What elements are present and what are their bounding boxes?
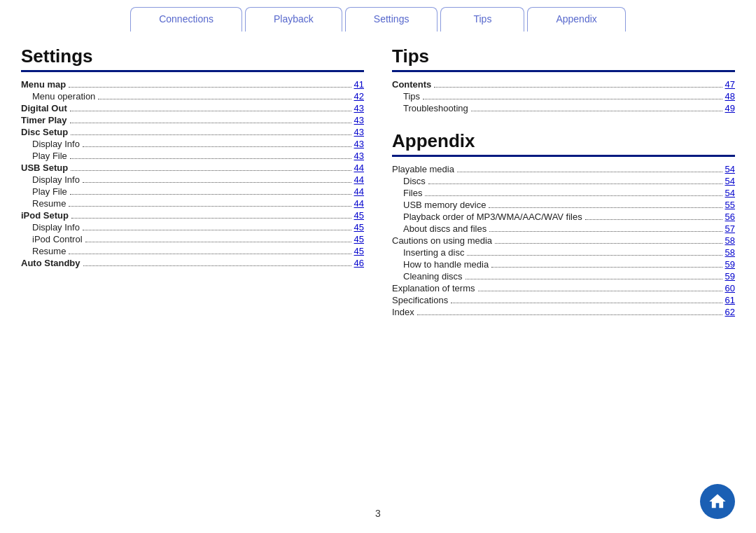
toc-page-number[interactable]: 49 — [725, 103, 735, 113]
list-item: Specifications61 — [392, 295, 735, 305]
tab-settings[interactable]: Settings — [345, 7, 438, 32]
toc-page-number[interactable]: 59 — [725, 259, 735, 270]
toc-dots — [428, 184, 722, 184]
home-button[interactable] — [700, 484, 735, 519]
toc-page-number[interactable]: 45 — [354, 210, 364, 221]
toc-label: Play File — [21, 151, 67, 161]
list-item: USB Setup44 — [21, 162, 364, 173]
toc-page-number[interactable]: 47 — [725, 79, 735, 90]
toc-dots — [489, 207, 722, 208]
list-item: Display Info43 — [21, 139, 364, 149]
toc-label: Auto Standby — [21, 258, 80, 268]
toc-dots — [495, 243, 722, 244]
toc-page-number[interactable]: 62 — [725, 307, 735, 317]
toc-page-number[interactable]: 57 — [725, 223, 735, 234]
toc-page-number[interactable]: 58 — [725, 235, 735, 246]
list-item: Troubleshooting49 — [392, 103, 735, 113]
list-item: Digital Out43 — [21, 103, 364, 113]
toc-dots — [417, 314, 722, 315]
toc-page-number[interactable]: 43 — [354, 103, 364, 113]
toc-dots — [471, 111, 722, 111]
list-item: Auto Standby46 — [21, 258, 364, 268]
list-item: Menu map41 — [21, 79, 364, 90]
toc-page-number[interactable]: 55 — [725, 200, 735, 210]
toc-page-number[interactable]: 48 — [725, 91, 735, 102]
toc-dots — [491, 267, 722, 268]
toc-page-number[interactable]: 44 — [354, 186, 364, 197]
toc-label: Discs — [392, 176, 426, 186]
toc-page-number[interactable]: 45 — [354, 222, 364, 233]
list-item: Tips48 — [392, 91, 735, 102]
toc-dots — [69, 254, 351, 254]
toc-label: Display Info — [21, 222, 80, 233]
toc-dots — [83, 182, 351, 183]
list-item: Display Info45 — [21, 222, 364, 233]
main-content: Settings Menu map41Menu operation42Digit… — [0, 32, 756, 333]
toc-label: iPod Control — [21, 234, 83, 244]
toc-label: Display Info — [21, 174, 80, 185]
toc-dots — [69, 206, 351, 207]
toc-dots — [585, 219, 722, 220]
toc-dots — [98, 99, 351, 99]
list-item: Files54 — [392, 188, 735, 198]
home-icon — [708, 492, 727, 511]
list-item: Inserting a disc58 — [392, 247, 735, 258]
toc-page-number[interactable]: 43 — [354, 151, 364, 161]
list-item: Play File43 — [21, 151, 364, 161]
toc-label: Troubleshooting — [392, 103, 468, 113]
toc-page-number[interactable]: 60 — [725, 283, 735, 293]
toc-page-number[interactable]: 44 — [354, 174, 364, 185]
toc-dots — [478, 291, 722, 291]
toc-dots — [85, 242, 351, 242]
toc-page-number[interactable]: 46 — [354, 258, 364, 268]
toc-dots — [70, 123, 351, 123]
toc-page-number[interactable]: 45 — [354, 246, 364, 256]
tab-appendix[interactable]: Appendix — [527, 7, 625, 32]
toc-dots — [465, 279, 722, 279]
toc-page-number[interactable]: 44 — [354, 162, 364, 173]
toc-page-number[interactable]: 45 — [354, 234, 364, 244]
list-item: Playable media54 — [392, 164, 735, 174]
tab-connections[interactable]: Connections — [130, 7, 242, 32]
toc-label: Display Info — [21, 139, 80, 149]
toc-dots — [69, 87, 351, 88]
toc-page-number[interactable]: 43 — [354, 139, 364, 149]
toc-page-number[interactable]: 58 — [725, 247, 735, 258]
list-item: Menu operation42 — [21, 91, 364, 102]
list-item: Index62 — [392, 307, 735, 317]
list-item: Contents47 — [392, 79, 735, 90]
toc-page-number[interactable]: 41 — [354, 79, 364, 90]
settings-section: Settings Menu map41Menu operation42Digit… — [21, 46, 364, 319]
footer: 3 — [0, 508, 756, 519]
toc-dots — [489, 231, 722, 232]
list-item: iPod Control45 — [21, 234, 364, 244]
list-item: Explanation of terms60 — [392, 283, 735, 293]
settings-toc: Menu map41Menu operation42Digital Out43T… — [21, 79, 364, 268]
toc-page-number[interactable]: 54 — [725, 164, 735, 174]
toc-label: Digital Out — [21, 103, 67, 113]
tab-playback[interactable]: Playback — [245, 7, 342, 32]
toc-page-number[interactable]: 56 — [725, 212, 735, 222]
list-item: iPod Setup45 — [21, 210, 364, 221]
toc-page-number[interactable]: 43 — [354, 127, 364, 137]
toc-label: Specifications — [392, 295, 448, 305]
toc-page-number[interactable]: 59 — [725, 271, 735, 282]
toc-dots — [83, 265, 351, 266]
toc-label: Playback order of MP3/WMA/AAC/WAV files — [392, 212, 582, 222]
right-col: Tips Contents47Tips48Troubleshooting49 A… — [392, 46, 735, 319]
toc-page-number[interactable]: 54 — [725, 188, 735, 198]
toc-page-number[interactable]: 43 — [354, 115, 364, 125]
toc-label: How to handle media — [392, 259, 489, 270]
list-item: Play File44 — [21, 186, 364, 197]
list-item: Display Info44 — [21, 174, 364, 185]
toc-page-number[interactable]: 54 — [725, 176, 735, 186]
tab-tips[interactable]: Tips — [440, 7, 524, 32]
list-item: Cleaning discs59 — [392, 271, 735, 282]
list-item: How to handle media59 — [392, 259, 735, 270]
list-item: Resume44 — [21, 198, 364, 209]
toc-label: Inserting a disc — [392, 247, 464, 258]
toc-page-number[interactable]: 42 — [354, 91, 364, 102]
tab-navigation: Connections Playback Settings Tips Appen… — [0, 0, 756, 32]
toc-page-number[interactable]: 61 — [725, 295, 735, 305]
toc-page-number[interactable]: 44 — [354, 198, 364, 209]
